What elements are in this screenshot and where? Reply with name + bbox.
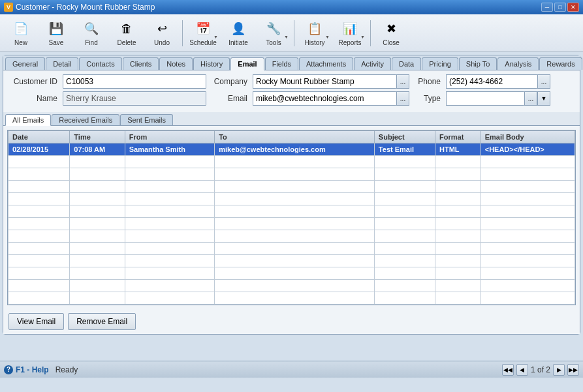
table-cell-empty xyxy=(70,193,125,205)
table-cell-empty xyxy=(8,230,70,243)
new-icon: 📄 xyxy=(12,20,30,38)
tab-sent-emails[interactable]: Sent Emails xyxy=(120,114,173,125)
tab-detail[interactable]: Detail xyxy=(46,57,78,70)
table-cell-empty xyxy=(70,168,125,181)
undo-button[interactable]: ↩ Undo xyxy=(145,18,179,49)
page-current: 1 xyxy=(531,365,535,374)
table-cell-empty xyxy=(125,218,214,230)
history-icon: 📋 xyxy=(306,20,324,38)
company-input[interactable] xyxy=(253,74,396,89)
page-of: of xyxy=(537,365,546,374)
phone-input[interactable] xyxy=(446,74,537,89)
maximize-button[interactable]: □ xyxy=(554,3,566,12)
find-button[interactable]: 🔍 Find xyxy=(74,18,108,49)
tools-button[interactable]: 🔧 Tools xyxy=(257,18,291,49)
tab-general[interactable]: General xyxy=(5,57,45,70)
remove-email-button[interactable]: Remove Email xyxy=(68,313,136,330)
minimize-button[interactable]: ─ xyxy=(541,3,553,12)
delete-button[interactable]: 🗑 Delete xyxy=(110,18,144,49)
table-cell-empty xyxy=(435,280,481,292)
table-cell-empty xyxy=(215,243,375,255)
email-table-header: Date Time From To Subject Format Email B… xyxy=(8,131,575,143)
table-cell-empty xyxy=(215,255,375,267)
name-row: Name Email ... Type ... ▼ xyxy=(8,91,575,106)
new-button[interactable]: 📄 New xyxy=(4,18,38,49)
phone-browse-button[interactable]: ... xyxy=(537,74,550,89)
tab-all-emails[interactable]: All Emails xyxy=(5,114,51,126)
undo-label: Undo xyxy=(154,39,170,46)
table-cell-empty xyxy=(70,267,125,280)
reports-button[interactable]: 📊 Reports xyxy=(333,18,367,49)
type-browse-button[interactable]: ... xyxy=(524,91,537,106)
type-dropdown-button[interactable]: ▼ xyxy=(537,91,550,106)
table-cell: 07:08 AM xyxy=(70,143,125,156)
type-input[interactable] xyxy=(446,91,524,106)
company-browse-button[interactable]: ... xyxy=(396,74,409,89)
customer-id-input[interactable] xyxy=(63,74,206,89)
nav-next-button[interactable]: ▶ xyxy=(553,364,565,376)
table-cell-empty xyxy=(215,193,375,205)
table-cell-empty xyxy=(481,292,575,305)
tab-rewards[interactable]: Rewards xyxy=(539,57,582,70)
status-left: ? F1 - Help Ready xyxy=(4,365,78,374)
help-icon: ? xyxy=(4,365,13,374)
table-cell-empty xyxy=(8,280,70,292)
initiate-label: Initiate xyxy=(228,39,247,46)
table-cell-empty xyxy=(125,267,214,280)
table-row-empty xyxy=(8,243,575,255)
table-cell-empty xyxy=(374,292,435,305)
tab-history[interactable]: History xyxy=(193,57,230,70)
toolbar: 📄 New 💾 Save 🔍 Find 🗑 Delete ↩ Undo 📅 Sc… xyxy=(0,14,583,52)
initiate-button[interactable]: 👤 Initiate xyxy=(221,18,255,49)
tab-clients[interactable]: Clients xyxy=(123,57,159,70)
tab-activity[interactable]: Activity xyxy=(354,57,391,70)
tab-shipto[interactable]: Ship To xyxy=(459,57,497,70)
table-cell-empty xyxy=(70,156,125,168)
table-cell-empty xyxy=(70,280,125,292)
close-button[interactable]: ✕ xyxy=(567,3,579,12)
tab-attachments[interactable]: Attachments xyxy=(299,57,353,70)
tab-pricing[interactable]: Pricing xyxy=(422,57,458,70)
table-cell: mikeb@cwebtechnologies.com xyxy=(215,143,375,156)
tab-analysis[interactable]: Analysis xyxy=(497,57,539,70)
nav-last-button[interactable]: ▶▶ xyxy=(567,364,579,376)
nav-prev-button[interactable]: ◀ xyxy=(516,364,528,376)
email-field-group: ... xyxy=(253,91,409,106)
table-cell-empty xyxy=(70,181,125,193)
tab-contacts[interactable]: Contacts xyxy=(79,57,121,70)
phone-label: Phone xyxy=(415,77,441,86)
table-cell-empty xyxy=(481,218,575,230)
table-cell-empty xyxy=(435,243,481,255)
email-browse-button[interactable]: ... xyxy=(396,91,409,106)
view-email-button[interactable]: View Email xyxy=(8,313,64,330)
table-row-empty xyxy=(8,230,575,243)
nav-first-button[interactable]: ◀◀ xyxy=(502,364,514,376)
name-input[interactable] xyxy=(63,91,206,106)
table-cell-empty xyxy=(8,168,70,181)
table-row[interactable]: 02/28/201507:08 AMSamantha Smithmikeb@cw… xyxy=(8,143,575,156)
table-cell-empty xyxy=(215,218,375,230)
tab-fields[interactable]: Fields xyxy=(265,57,298,70)
tab-notes[interactable]: Notes xyxy=(159,57,193,70)
close-tool-button[interactable]: ✖ Close xyxy=(374,18,408,49)
help-link[interactable]: ? F1 - Help xyxy=(4,365,49,374)
history-button[interactable]: 📋 History xyxy=(298,18,332,49)
table-cell: <HEAD></HEAD> xyxy=(481,143,575,156)
app-icon: V xyxy=(4,3,13,12)
table-cell: 02/28/2015 xyxy=(8,143,70,156)
table-cell-empty xyxy=(374,218,435,230)
table-cell-empty xyxy=(435,156,481,168)
table-cell-empty xyxy=(374,280,435,292)
window-controls: ─ □ ✕ xyxy=(541,3,579,12)
table-cell-empty xyxy=(8,218,70,230)
tab-received-emails[interactable]: Received Emails xyxy=(52,114,119,125)
table-cell-empty xyxy=(8,292,70,305)
save-button[interactable]: 💾 Save xyxy=(39,18,73,49)
schedule-button[interactable]: 📅 Schedule xyxy=(186,18,220,49)
tab-data[interactable]: Data xyxy=(392,57,421,70)
tab-email[interactable]: Email xyxy=(230,57,264,70)
table-cell-empty xyxy=(374,156,435,168)
type-field-group: ... ▼ xyxy=(446,91,550,106)
window-title: Customer - Rocky Mount Rubber Stamp xyxy=(16,3,155,12)
email-input[interactable] xyxy=(253,91,396,106)
